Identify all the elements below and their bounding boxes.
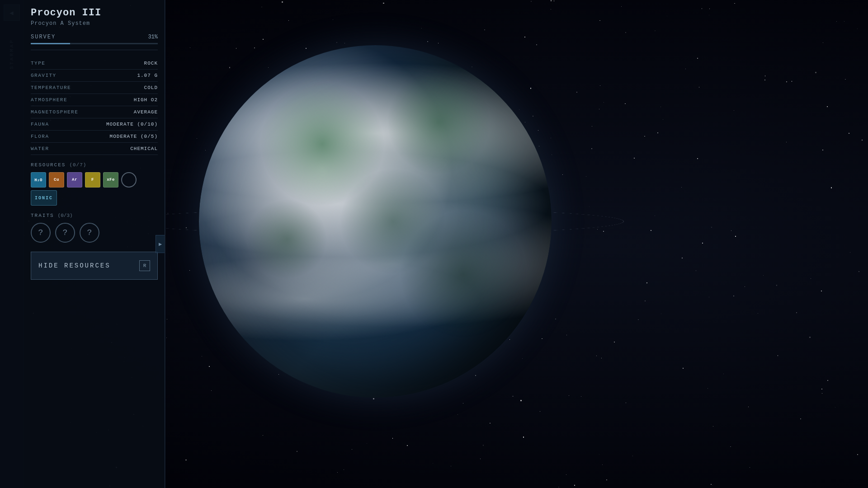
table-row: GRAVITY 1.07 G <box>31 70 158 82</box>
resource-chip-argon[interactable]: Ar <box>67 172 82 188</box>
stat-label: MAGNETOSPHERE <box>31 106 101 118</box>
survey-label: SURVEY <box>31 34 56 40</box>
table-row: TEMPERATURE COLD <box>31 82 158 94</box>
trait-chip-2[interactable]: ? <box>80 223 99 243</box>
trait-chip-1[interactable]: ? <box>55 223 75 243</box>
stat-label: WATER <box>31 143 101 155</box>
hide-resources-key: R <box>139 260 150 271</box>
resource-chip-ionic[interactable]: IONIC <box>31 190 57 206</box>
stat-value: COLD <box>101 82 158 94</box>
resource-chip-water[interactable]: H₂O <box>31 172 46 188</box>
stat-value: AVERAGE <box>101 106 158 118</box>
panel-border <box>165 0 165 488</box>
stat-value: MODERATE (0/5) <box>101 131 158 143</box>
stat-value: HIGH O2 <box>101 94 158 106</box>
resources-count: (0/7) <box>69 162 86 168</box>
resources-section: RESOURCES (0/7) H₂OCuArFxFeIONIC <box>31 162 158 206</box>
survey-bar-fill <box>31 43 70 44</box>
resources-header: RESOURCES (0/7) <box>31 162 158 168</box>
planet-name: Procyon III <box>31 7 158 19</box>
stat-value: MODERATE (0/10) <box>101 118 158 131</box>
resource-chip-copper[interactable]: Cu <box>49 172 64 188</box>
sidebar-panel: Procyon III Procyon A System SURVEY 31% … <box>0 0 165 488</box>
traits-header: TRAITS (0/3) <box>31 213 158 218</box>
table-row: MAGNETOSPHERE AVERAGE <box>31 106 158 118</box>
hide-resources-button[interactable]: HIDE RESOURCES R <box>31 252 158 280</box>
stats-body: TYPE ROCK GRAVITY 1.07 G TEMPERATURE COL… <box>31 57 158 155</box>
table-row: FAUNA MODERATE (0/10) <box>31 118 158 131</box>
survey-percentage: 31% <box>148 34 158 40</box>
planet-globe <box>199 45 552 398</box>
stat-value: 1.07 G <box>101 70 158 82</box>
table-row: WATER CHEMICAL <box>31 143 158 155</box>
table-row: ATMOSPHERE HIGH O2 <box>31 94 158 106</box>
resources-title: RESOURCES <box>31 162 66 168</box>
resource-chip-fluorine[interactable]: F <box>85 172 100 188</box>
stat-label: FAUNA <box>31 118 101 131</box>
table-row: TYPE ROCK <box>31 57 158 70</box>
stats-table: TYPE ROCK GRAVITY 1.07 G TEMPERATURE COL… <box>31 57 158 155</box>
stat-label: TEMPERATURE <box>31 82 101 94</box>
planet-container <box>172 18 579 425</box>
stat-value: CHEMICAL <box>101 143 158 155</box>
trait-chip-0[interactable]: ? <box>31 223 51 243</box>
traits-section: TRAITS (0/3) ??? <box>31 213 158 243</box>
survey-bar <box>31 43 158 44</box>
table-row: FLORA MODERATE (0/5) <box>31 131 158 143</box>
stat-value: ROCK <box>101 57 158 70</box>
traits-count: (0/3) <box>58 213 73 218</box>
survey-row: SURVEY 31% <box>31 34 158 40</box>
stat-label: GRAVITY <box>31 70 101 82</box>
stat-label: ATMOSPHERE <box>31 94 101 106</box>
right-nav-arrow[interactable]: ▶ <box>156 235 165 253</box>
resource-chip-unknown[interactable] <box>121 172 137 188</box>
content-panel: Procyon III Procyon A System SURVEY 31% … <box>24 0 165 287</box>
survey-section: SURVEY 31% <box>31 34 158 50</box>
stat-label: TYPE <box>31 57 101 70</box>
system-name: Procyon A System <box>31 20 158 27</box>
hide-resources-label: HIDE RESOURCES <box>38 262 111 269</box>
traits-title: TRAITS <box>31 213 54 218</box>
stat-label: FLORA <box>31 131 101 143</box>
traits-list: ??? <box>31 223 158 243</box>
resource-chip-iron[interactable]: xFe <box>103 172 118 188</box>
resources-list: H₂OCuArFxFeIONIC <box>31 172 158 206</box>
